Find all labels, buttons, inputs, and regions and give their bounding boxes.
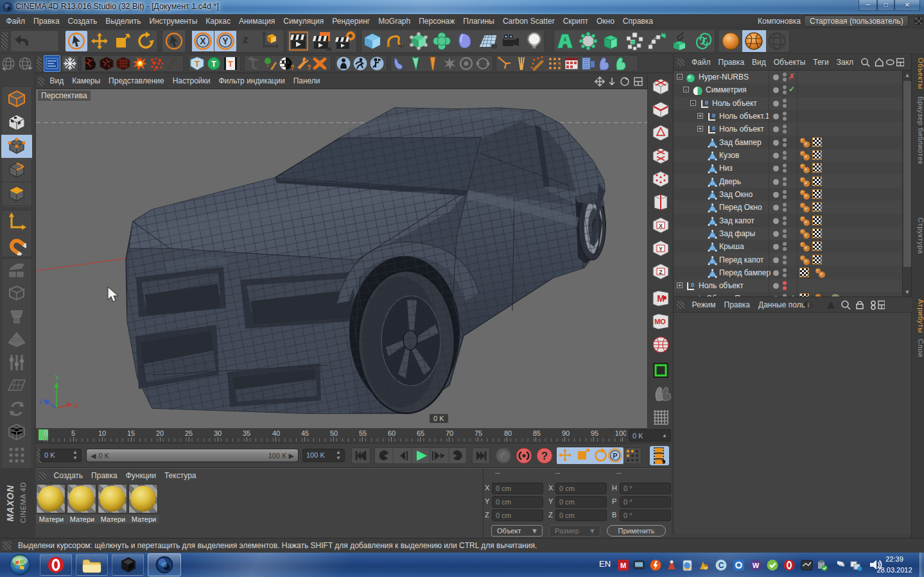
svg-text:15: 15	[127, 429, 135, 437]
svg-text:40: 40	[272, 429, 280, 437]
svg-text:0: 0	[691, 282, 694, 288]
svg-text:MO: MO	[654, 318, 666, 325]
svg-text:X: X	[74, 402, 79, 409]
svg-text:M: M	[620, 562, 626, 569]
svg-text:0: 0	[712, 112, 715, 119]
svg-text:0: 0	[705, 99, 708, 106]
svg-text:?: ?	[290, 64, 294, 71]
svg-text:Z: Z	[659, 269, 663, 275]
svg-text:0: 0	[44, 429, 48, 437]
svg-text:?: ?	[307, 64, 311, 71]
svg-text:W: W	[753, 562, 760, 569]
svg-text:70: 70	[446, 429, 453, 437]
svg-text:45: 45	[301, 429, 309, 437]
svg-text:Y: Y	[222, 36, 229, 46]
svg-text:65: 65	[417, 429, 424, 437]
svg-text:X: X	[200, 36, 206, 46]
svg-text:35: 35	[243, 429, 250, 437]
svg-text:25: 25	[185, 429, 193, 437]
svg-text:90: 90	[562, 429, 570, 437]
svg-text:C: C	[719, 561, 724, 570]
svg-text:50: 50	[330, 429, 338, 437]
svg-text:T: T	[228, 59, 233, 69]
svg-text:20: 20	[156, 429, 164, 437]
svg-text:T: T	[211, 59, 216, 69]
svg-text:?: ?	[541, 450, 548, 462]
svg-text:80: 80	[504, 429, 512, 437]
svg-text:85: 85	[533, 429, 541, 437]
svg-text:75: 75	[475, 429, 482, 437]
svg-text:0: 0	[712, 125, 715, 132]
svg-text:Z: Z	[39, 397, 43, 405]
svg-text:30: 30	[214, 429, 222, 437]
svg-text:X: X	[659, 223, 663, 229]
svg-text:P: P	[613, 452, 617, 460]
svg-text:60: 60	[388, 429, 396, 437]
svg-text:5: 5	[71, 429, 75, 437]
svg-text:T: T	[195, 59, 200, 69]
svg-text:Y: Y	[659, 246, 663, 252]
svg-text:55: 55	[359, 429, 367, 437]
svg-text:Y: Y	[55, 374, 60, 381]
svg-text:100: 100	[615, 429, 626, 437]
svg-text:10: 10	[98, 429, 106, 437]
svg-text:95: 95	[591, 429, 598, 437]
